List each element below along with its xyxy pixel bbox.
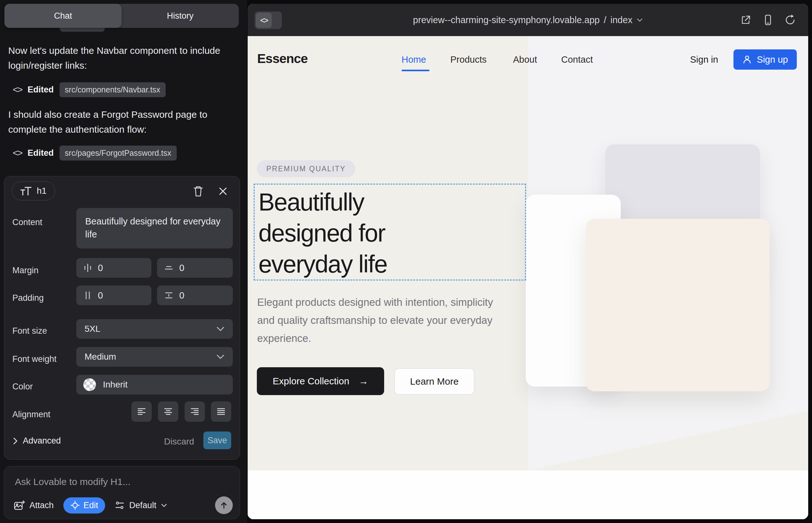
nav-link-about[interactable]: About (513, 54, 537, 65)
assistant-message: I should also create a Forgot Password p… (8, 107, 234, 137)
edited-file-row: <> Edited src/components/Navbar.tsx (13, 81, 166, 98)
explore-collection-label: Explore Collection (273, 376, 349, 386)
discard-button[interactable]: Discard (164, 437, 194, 447)
chat-composer[interactable]: Ask Lovable to modify H1... Attach Edit (4, 466, 240, 519)
save-button[interactable]: Save (203, 432, 231, 449)
hero-card-cream (586, 219, 770, 391)
padding-x-input[interactable]: 0 (76, 286, 152, 305)
learn-more-button[interactable]: Learn More (394, 368, 474, 395)
font-size-select[interactable]: 5XL (76, 319, 233, 339)
hero-heading[interactable]: Beautifully designed for everyday life (259, 186, 455, 279)
model-default-button[interactable]: Default (114, 501, 167, 510)
element-tag-name: h1 (37, 186, 47, 196)
margin-x-input[interactable]: 0 (76, 258, 152, 278)
attach-button[interactable]: Attach (14, 500, 54, 511)
nav-link-products[interactable]: Products (450, 54, 487, 65)
preview-toolbar: <> preview--charming-site-symphony.lovab… (248, 4, 808, 36)
advanced-toggle[interactable]: Advanced (13, 436, 61, 446)
type-icon (20, 186, 32, 196)
arrow-right-icon: → (359, 376, 368, 386)
align-justify-button[interactable] (211, 401, 231, 422)
padding-x-value: 0 (98, 290, 103, 301)
composer-input[interactable]: Ask Lovable to modify H1... (15, 476, 130, 487)
color-select[interactable]: Inherit (76, 375, 233, 395)
mobile-view-icon[interactable] (762, 14, 774, 26)
code-icon: <> (13, 84, 22, 95)
font-size-label: Font size (12, 326, 47, 336)
tab-chat[interactable]: Chat (4, 4, 122, 28)
open-external-icon[interactable] (740, 14, 752, 26)
align-right-icon (190, 407, 199, 416)
learn-more-label: Learn More (410, 376, 459, 387)
tab-history[interactable]: History (122, 4, 239, 28)
explore-collection-button[interactable]: Explore Collection → (257, 367, 384, 395)
hero-paragraph: Elegant products designed with intention… (257, 293, 498, 347)
align-right-button[interactable] (184, 401, 205, 422)
chevron-right-icon (13, 437, 18, 445)
code-icon: <> (13, 147, 22, 158)
font-weight-select[interactable]: Medium (76, 347, 233, 366)
advanced-label: Advanced (23, 436, 61, 446)
site-brand[interactable]: Essence (257, 51, 307, 66)
edited-label: Edited (28, 85, 54, 95)
nav-link-contact[interactable]: Contact (561, 54, 593, 65)
edit-mode-button[interactable]: Edit (63, 497, 105, 513)
refresh-icon[interactable] (784, 14, 796, 26)
file-chip[interactable]: src/components/Navbar.tsx (59, 82, 166, 97)
sliders-icon (114, 501, 125, 510)
send-button[interactable] (215, 497, 233, 514)
preview-url[interactable]: preview--charming-site-symphony.lovable.… (248, 4, 808, 36)
chat-history-tabs: Chat History (4, 4, 239, 28)
url-host: preview--charming-site-symphony.lovable.… (413, 15, 600, 25)
color-swatch (83, 378, 96, 391)
padding-label: Padding (12, 293, 44, 303)
sign-up-button[interactable]: Sign up (734, 49, 797, 70)
preview-window: <> preview--charming-site-symphony.lovab… (248, 4, 808, 519)
delete-element-button[interactable] (190, 183, 206, 199)
color-label: Color (12, 382, 33, 392)
file-chip[interactable]: src/pages/ForgotPassword.tsx (59, 146, 177, 161)
content-label: Content (12, 217, 42, 227)
lovable-app: Chat History Now let's update the Navbar… (0, 0, 812, 523)
margin-x-value: 0 (98, 263, 103, 273)
chevron-down-icon (216, 326, 225, 331)
align-justify-icon (216, 407, 226, 416)
align-left-button[interactable] (131, 401, 152, 422)
url-separator: / (604, 15, 606, 25)
margin-label: Margin (12, 266, 39, 275)
user-icon (742, 55, 752, 64)
sign-in-link[interactable]: Sign in (690, 54, 718, 65)
content-textarea[interactable]: Beautifully designed for everyday life (76, 208, 233, 249)
image-plus-icon (14, 500, 25, 511)
hero-badge: PREMIUM QUALITY (257, 160, 355, 177)
margin-y-input[interactable]: 0 (157, 258, 233, 278)
selected-element-outline[interactable]: Beautifully designed for everyday life (254, 184, 526, 281)
alignment-label: Alignment (12, 410, 50, 419)
next-section-band (248, 470, 808, 519)
close-editor-button[interactable] (215, 183, 231, 199)
composer-toolbar: Attach Edit Default (14, 495, 233, 515)
edited-file-row: <> Edited src/pages/ForgotPassword.tsx (13, 144, 177, 161)
element-editor-panel: h1 Content Beautifully designed for ever… (4, 176, 240, 460)
nav-home-underline (402, 70, 429, 71)
padding-y-input[interactable]: 0 (157, 286, 233, 305)
site-canvas: Essence Home Products About Contact Sign… (248, 36, 808, 519)
assistant-message: Now let's update the Navbar component to… (8, 43, 234, 73)
padding-y-value: 0 (179, 290, 184, 301)
sign-up-label: Sign up (757, 54, 788, 65)
font-weight-value: Medium (85, 352, 116, 362)
chevron-down-icon (637, 18, 643, 22)
chat-sidebar: Chat History Now let's update the Navbar… (0, 0, 247, 523)
margin-y-value: 0 (179, 263, 184, 273)
target-icon (70, 501, 80, 510)
font-weight-label: Font weight (12, 354, 57, 364)
align-left-icon (137, 407, 146, 416)
edit-mode-label: Edit (84, 501, 99, 510)
model-default-label: Default (129, 501, 156, 510)
nav-link-home[interactable]: Home (402, 54, 426, 65)
align-center-button[interactable] (158, 401, 178, 422)
font-size-value: 5XL (85, 324, 100, 334)
align-center-icon (163, 407, 173, 416)
chevron-down-icon (161, 503, 167, 507)
preview-toolbar-actions (740, 4, 796, 36)
